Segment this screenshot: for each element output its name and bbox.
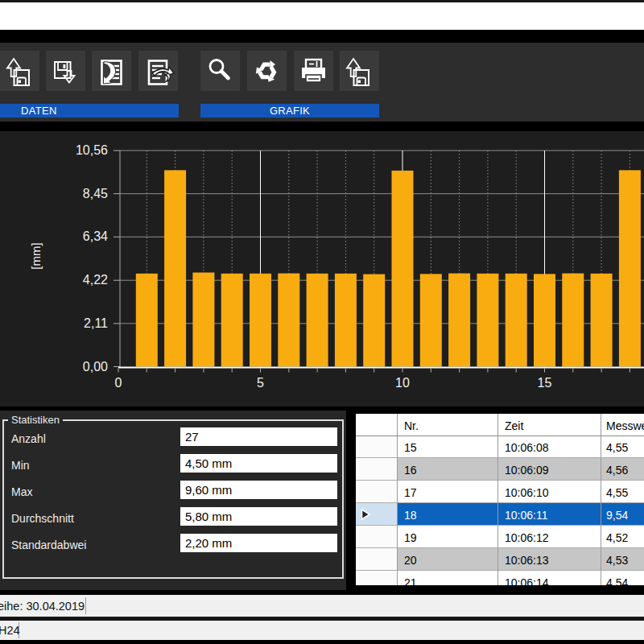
- svg-text:10: 10: [395, 376, 410, 390]
- svg-text:0: 0: [115, 376, 122, 390]
- svg-text:6,34: 6,34: [83, 229, 108, 243]
- svg-text:2,11: 2,11: [84, 316, 108, 330]
- svg-text:4,22: 4,22: [83, 273, 108, 287]
- svg-text:0,00: 0,00: [83, 360, 108, 374]
- svg-text:15: 15: [538, 376, 552, 390]
- svg-text:5: 5: [257, 376, 264, 390]
- svg-text:[mm]: [mm]: [29, 242, 43, 269]
- svg-text:8,45: 8,45: [83, 187, 108, 200]
- svg-text:10,56: 10,56: [76, 143, 108, 157]
